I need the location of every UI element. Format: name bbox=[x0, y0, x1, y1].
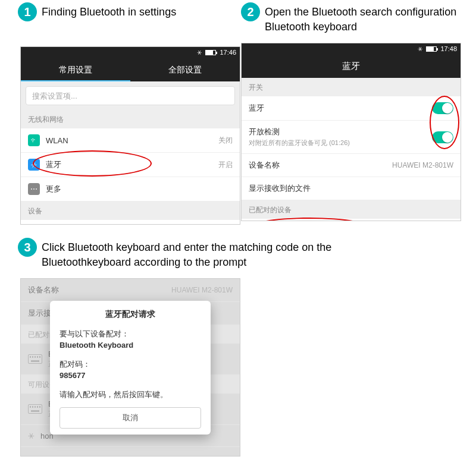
pair-with-label: 要与以下设备配对： bbox=[60, 328, 201, 340]
visibility-sub: 对附近所有的蓝牙设备可见 (01:26) bbox=[249, 139, 432, 147]
step-3-header: 3 Click Bluetooth keyboard and enter the… bbox=[0, 235, 476, 272]
cancel-button[interactable]: 取消 bbox=[60, 407, 201, 429]
screenshot-1: ⚹ 17:46 常用设置 全部设置 搜索设置项... 无线和网络 ᯤ WLAN … bbox=[20, 46, 240, 225]
bluetooth-icon: ⚹ bbox=[28, 159, 40, 171]
search-input[interactable]: 搜索设置项... bbox=[26, 86, 235, 105]
row-bt-toggle[interactable]: 蓝牙 bbox=[242, 96, 461, 121]
step-1-badge: 1 bbox=[18, 2, 37, 21]
visibility-toggle[interactable] bbox=[432, 131, 453, 143]
tab-common-settings[interactable]: 常用设置 bbox=[21, 58, 130, 81]
more-icon: ⋯ bbox=[28, 183, 40, 195]
status-bar: ⚹ 17:46 bbox=[21, 47, 240, 58]
dialog-title: 蓝牙配对请求 bbox=[60, 309, 201, 320]
settings-tabs: 常用设置 全部设置 bbox=[21, 58, 240, 81]
pairing-code: 985677 bbox=[60, 370, 201, 382]
row-wlan[interactable]: ᯤ WLAN 关闭 bbox=[21, 128, 240, 153]
screenshot-2: ⚹ 17:48 蓝牙 开关 蓝牙 开放检测 对附近所有的蓝牙设备可见 (01:2… bbox=[241, 43, 461, 221]
section-switch: 开关 bbox=[242, 78, 461, 96]
section-paired: 已配对的设备 bbox=[242, 200, 461, 219]
status-bar: ⚹ 17:48 bbox=[242, 43, 461, 54]
screen-title: 蓝牙 bbox=[242, 54, 461, 78]
row-paired-keyboard[interactable]: Bluetooth Keyboard bbox=[242, 219, 461, 221]
device-name-value: HUAWEI M2-801W bbox=[392, 161, 453, 169]
clock: 17:46 bbox=[220, 49, 236, 56]
step-1-text: Finding Bluetooth in settings bbox=[42, 2, 176, 20]
clock: 17:48 bbox=[440, 45, 457, 52]
wlan-status: 关闭 bbox=[218, 136, 233, 146]
pairing-dialog: 蓝牙配对请求 要与以下设备配对： Bluetooth Keyboard 配对码：… bbox=[50, 301, 211, 435]
device-name-label: 设备名称 bbox=[249, 160, 392, 171]
wifi-icon: ᯤ bbox=[28, 134, 40, 146]
bt-status: 开启 bbox=[218, 160, 233, 170]
tab-all-settings[interactable]: 全部设置 bbox=[130, 58, 240, 81]
dialog-overlay: 蓝牙配对请求 要与以下设备配对： Bluetooth Keyboard 配对码：… bbox=[21, 279, 240, 456]
bt-label: 蓝牙 bbox=[249, 103, 432, 114]
bt-toggle[interactable] bbox=[432, 102, 453, 114]
dialog-instruction: 请输入配对码，然后按回车键。 bbox=[60, 389, 201, 401]
step-2-header: 2 Open the Bluetooth search configuratio… bbox=[241, 0, 476, 37]
row-more[interactable]: ⋯ 更多 bbox=[21, 177, 240, 202]
screenshot-3: 设备名称 HUAWEI M2-801W 显示接收到的文件 已配对的设备 Blu … bbox=[20, 278, 240, 457]
bluetooth-icon: ⚹ bbox=[418, 45, 422, 52]
section-device: 设备 bbox=[21, 202, 240, 220]
wlan-label: WLAN bbox=[46, 136, 218, 145]
battery-icon bbox=[426, 46, 437, 52]
step-2-text: Open the Bluetooth search configuration … bbox=[265, 2, 456, 34]
pair-device-name: Bluetooth Keyboard bbox=[60, 339, 201, 351]
step-1-header: 1 Finding Bluetooth in settings bbox=[0, 0, 235, 24]
code-label: 配对码： bbox=[60, 358, 201, 370]
battery-icon bbox=[205, 50, 216, 55]
step-3-text: Click Bluetooth keyboard and enter the m… bbox=[42, 238, 331, 270]
visibility-label: 开放检测 bbox=[249, 127, 432, 137]
row-visibility-toggle[interactable]: 开放检测 对附近所有的蓝牙设备可见 (01:26) bbox=[242, 121, 461, 154]
section-wireless: 无线和网络 bbox=[21, 110, 240, 128]
row-bluetooth[interactable]: ⚹ 蓝牙 开启 bbox=[21, 153, 240, 177]
row-device-name[interactable]: 设备名称 HUAWEI M2-801W bbox=[242, 154, 461, 177]
row-received-files[interactable]: 显示接收到的文件 bbox=[242, 177, 461, 200]
bt-label: 蓝牙 bbox=[46, 159, 218, 170]
step-2-badge: 2 bbox=[241, 2, 260, 21]
more-label: 更多 bbox=[46, 184, 233, 194]
bluetooth-icon: ⚹ bbox=[197, 49, 202, 56]
step-3-badge: 3 bbox=[18, 238, 37, 257]
files-label: 显示接收到的文件 bbox=[249, 183, 453, 194]
row-display[interactable]: ▢ 显示 bbox=[21, 220, 240, 225]
